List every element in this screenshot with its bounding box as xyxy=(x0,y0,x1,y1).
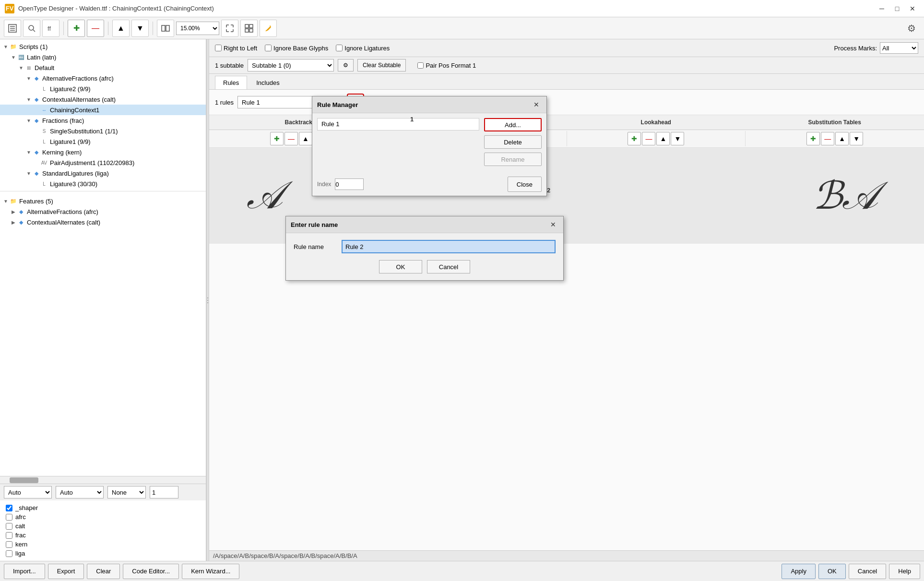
enter-rule-dialog: Enter rule name ✕ Rule name OK Cancel xyxy=(285,216,564,281)
rule-list: Rule 1 xyxy=(317,118,479,168)
enter-rule-close[interactable]: ✕ xyxy=(548,219,558,230)
add-rule-button[interactable]: Add... xyxy=(484,118,542,131)
index-input[interactable] xyxy=(335,178,364,190)
rule-manager-header[interactable]: Rule Manager ✕ xyxy=(312,96,546,113)
rule-item-1[interactable]: Rule 1 xyxy=(317,118,479,130)
rule-manager-body: Rule 1 Add... Delete Rename xyxy=(312,113,546,173)
enter-rule-title: Enter rule name xyxy=(291,221,338,228)
index-label: Index xyxy=(317,181,331,188)
enter-rule-buttons: OK Cancel xyxy=(294,260,556,273)
rule-manager-close[interactable]: ✕ xyxy=(531,99,542,110)
rule-manager-dialog: Rule Manager ✕ Rule 1 Add... Delete Rena… xyxy=(312,96,547,196)
rule-name-label: Rule name xyxy=(294,243,337,250)
rule-name-row: Rule name xyxy=(294,240,556,253)
rule-manager-title: Rule Manager xyxy=(317,101,358,108)
enter-rule-body: Rule name OK Cancel xyxy=(286,233,563,280)
rule-1-label: Rule 1 xyxy=(321,120,340,128)
enter-rule-ok[interactable]: OK xyxy=(379,260,422,273)
dialog-overlay: Rule Manager ✕ Rule 1 Add... Delete Rena… xyxy=(0,0,924,581)
badge-2: 2 xyxy=(547,185,550,195)
rule-buttons: Add... Delete Rename xyxy=(484,118,542,168)
enter-rule-cancel[interactable]: Cancel xyxy=(427,260,470,273)
enter-rule-header[interactable]: Enter rule name ✕ xyxy=(286,216,563,233)
delete-rule-button[interactable]: Delete xyxy=(484,135,542,149)
rule-manager-footer: Index Close xyxy=(312,173,546,196)
rule-manager-close-btn[interactable]: Close xyxy=(508,177,542,192)
rule-name-input[interactable] xyxy=(342,240,556,253)
rename-rule-button[interactable]: Rename xyxy=(484,153,542,166)
